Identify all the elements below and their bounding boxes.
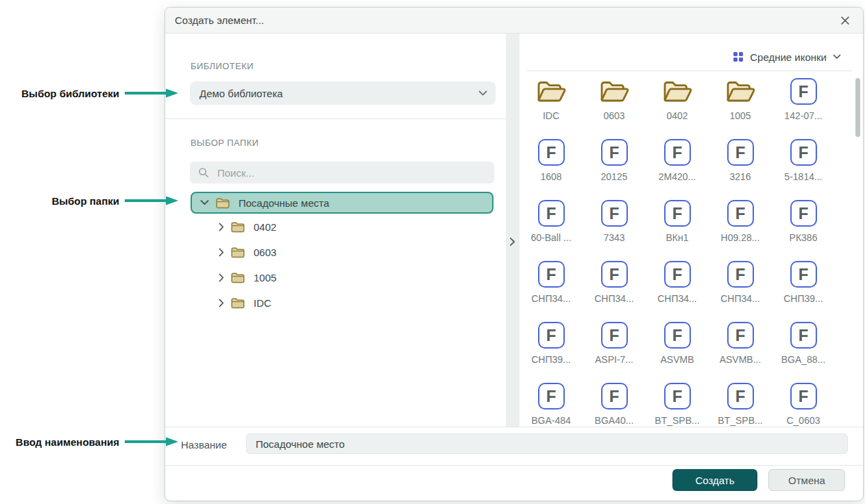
grid-item-footprint[interactable]: F BGA-484 <box>520 378 583 439</box>
tree-item-label: 0603 <box>254 247 276 258</box>
grid-item-label: 1608 <box>540 171 561 182</box>
grid-item-label: СНП39... <box>783 293 823 304</box>
grid-item-label: 20125 <box>601 171 628 182</box>
grid-item-footprint[interactable]: F РК386 <box>772 195 835 256</box>
folder-icon <box>231 297 245 309</box>
footprint-icon: F <box>664 261 691 288</box>
footprint-badge: F <box>727 319 754 351</box>
footprint-icon: F <box>727 261 754 288</box>
icon-grid: IDC 0603 0402 1005 F <box>520 73 839 439</box>
arrow-right-icon <box>125 437 178 446</box>
grid-item-label: 142-07... <box>784 110 822 121</box>
chevron-right-icon[interactable] <box>219 248 224 257</box>
footprint-badge: F <box>664 319 691 351</box>
footprint-badge: F <box>601 319 628 351</box>
tree-item-label: Посадочные места <box>239 197 329 209</box>
grid-item-footprint[interactable]: F BGA_88... <box>772 317 835 378</box>
name-input[interactable] <box>246 433 848 454</box>
grid-item-label: BGA-484 <box>531 415 571 426</box>
footprint-icon: F <box>538 200 565 227</box>
close-button[interactable] <box>837 12 853 29</box>
grid-item-folder[interactable]: IDC <box>520 73 583 134</box>
grid-item-footprint[interactable]: F 142-07... <box>772 73 835 134</box>
open-folder-icon <box>535 75 567 108</box>
footprint-badge: F <box>790 136 817 168</box>
chevron-right-icon[interactable] <box>509 237 515 249</box>
grid-item-footprint[interactable]: F 1608 <box>520 134 583 195</box>
scrollbar-thumb[interactable] <box>855 78 860 137</box>
grid-item-footprint[interactable]: F Н09.28... <box>709 195 772 256</box>
libraries-heading: БИБЛИОТЕКИ <box>191 61 254 71</box>
create-element-dialog: Создать элемент... БИБЛИОТЕКИ Демо библи… <box>165 7 864 501</box>
grid-item-footprint[interactable]: F СНП34... <box>646 256 709 317</box>
dialog-title: Создать элемент... <box>175 14 264 26</box>
grid-item-footprint[interactable]: F C_0603 <box>772 378 835 439</box>
folder-search <box>190 162 494 184</box>
grid-item-footprint[interactable]: F 7343 <box>583 195 646 256</box>
grid-item-footprint[interactable]: F 60-Ball ... <box>520 195 583 256</box>
tree-item[interactable]: IDC <box>165 290 506 316</box>
folder-icon <box>216 197 230 209</box>
grid-item-footprint[interactable]: F СНП34... <box>520 256 583 317</box>
grid-item-folder[interactable]: 1005 <box>709 73 772 134</box>
footprint-badge: F <box>790 380 817 412</box>
grid-item-label: BT_SPB... <box>718 415 762 426</box>
grid-item-footprint[interactable]: F 3216 <box>709 134 772 195</box>
annotation-label: Выбор папки <box>51 195 119 207</box>
grid-item-footprint[interactable]: F ASVMB <box>646 317 709 378</box>
grid-item-footprint[interactable]: F ВКн1 <box>646 195 709 256</box>
grid-item-footprint[interactable]: F ASVMB... <box>709 317 772 378</box>
tree-item-root-selected[interactable]: Посадочные места <box>191 192 494 214</box>
grid-item-footprint[interactable]: F СНП39... <box>772 256 835 317</box>
grid-item-label: C_0603 <box>786 415 820 426</box>
footprint-badge: F <box>601 197 628 229</box>
grid-item-footprint[interactable]: F 20125 <box>583 134 646 195</box>
footprint-icon: F <box>601 383 628 410</box>
chevron-right-icon[interactable] <box>219 223 224 231</box>
grid-item-footprint[interactable]: F СНП34... <box>709 256 772 317</box>
folder-icon <box>231 272 245 284</box>
footprint-icon: F <box>601 139 628 166</box>
cancel-button[interactable]: Отмена <box>768 469 845 491</box>
footprint-badge: F <box>664 380 691 412</box>
footprint-badge: F <box>538 197 565 229</box>
grid-item-label: СНП34... <box>720 293 760 304</box>
grid-item-label: ASVMB... <box>720 354 762 365</box>
chevron-right-icon[interactable] <box>219 273 224 282</box>
tree-item-label: 0402 <box>254 221 276 233</box>
tree-item[interactable]: 0603 <box>165 240 506 265</box>
grid-item-label: 1005 <box>729 110 751 121</box>
panel-splitter[interactable] <box>506 34 520 427</box>
grid-item-footprint[interactable]: F BT_SPB... <box>709 378 772 439</box>
folder-select-heading: ВЫБОР ПАПКИ <box>191 138 259 148</box>
grid-item-label: РК386 <box>790 232 818 243</box>
library-dropdown[interactable]: Демо библиотека <box>190 81 496 105</box>
create-button[interactable]: Создать <box>672 469 757 491</box>
annotation-name: Ввод наименования <box>0 433 178 450</box>
chevron-right-icon[interactable] <box>219 299 224 307</box>
tree-item[interactable]: 1005 <box>165 265 506 290</box>
grid-item-footprint[interactable]: F ASPI-7... <box>583 317 646 378</box>
grid-item-footprint[interactable]: F СНП34... <box>583 256 646 317</box>
grid-item-label: СНП39... <box>531 354 571 365</box>
footprint-icon: F <box>538 322 565 349</box>
chevron-down-icon[interactable] <box>200 200 209 205</box>
icon-view-selector[interactable]: Средние иконки <box>733 49 841 65</box>
grid-item-folder[interactable]: 0402 <box>646 73 709 134</box>
grid-item-label: ASVMB <box>660 354 694 365</box>
search-input[interactable] <box>216 166 486 179</box>
footprint-icon: F <box>664 383 691 410</box>
grid-item-footprint[interactable]: F СНП39... <box>520 317 583 378</box>
footprint-badge: F <box>664 197 691 229</box>
grid-item-footprint[interactable]: F BT_SPB... <box>646 378 709 439</box>
tree-item[interactable]: 0402 <box>165 214 506 240</box>
grid-item-footprint[interactable]: F 2M420... <box>646 134 709 195</box>
footprint-badge: F <box>790 197 817 229</box>
open-folder-icon <box>598 75 630 108</box>
grid-item-folder[interactable]: 0603 <box>583 73 646 134</box>
arrow-right-icon <box>125 196 178 205</box>
grid-item-footprint[interactable]: F BGA40... <box>583 378 646 439</box>
grid-item-footprint[interactable]: F 5-1814... <box>772 134 835 195</box>
footprint-badge: F <box>664 258 691 290</box>
grid-item-label: BGA_88... <box>781 354 826 365</box>
